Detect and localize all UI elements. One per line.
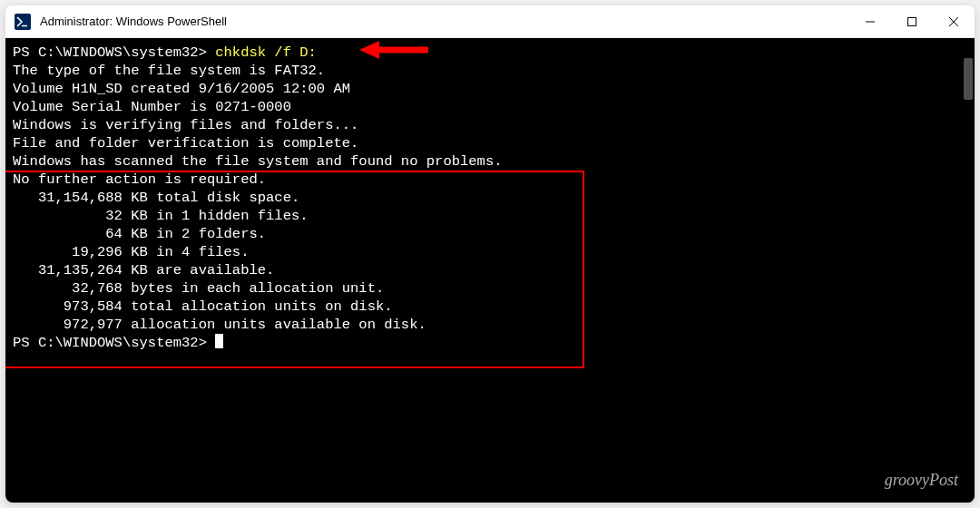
prompt-path: PS C:\WINDOWS\system32>: [13, 44, 215, 61]
output-line: Windows is verifying files and folders..…: [13, 116, 967, 134]
powershell-window: Administrator: Windows PowerShell PS C:\…: [5, 5, 975, 503]
titlebar[interactable]: Administrator: Windows PowerShell: [5, 5, 975, 38]
output-line: The type of the file system is FAT32.: [13, 62, 967, 80]
scrollbar-thumb[interactable]: [964, 58, 973, 100]
scrollbar[interactable]: [960, 38, 975, 503]
command-text: chkdsk /f D:: [215, 44, 317, 61]
output-line: 19,296 KB in 4 files.: [13, 243, 967, 261]
output-line: Volume Serial Number is 0271-0000: [13, 98, 967, 116]
cursor: [215, 334, 223, 348]
output-line: Windows has scanned the file system and …: [13, 152, 967, 171]
output-line: Volume H1N_SD created 9/16/2005 12:00 AM: [13, 80, 967, 98]
output-line: File and folder verification is complete…: [13, 134, 967, 152]
output-line: 31,135,264 KB are available.: [13, 261, 967, 279]
output-line: 32,768 bytes in each allocation unit.: [13, 279, 967, 298]
output-line: 973,584 total allocation units on disk.: [13, 298, 967, 316]
window-title: Administrator: Windows PowerShell: [40, 15, 849, 28]
prompt-line-2: PS C:\WINDOWS\system32>: [13, 334, 967, 352]
minimize-button[interactable]: [849, 5, 891, 37]
terminal-area[interactable]: PS C:\WINDOWS\system32> chkdsk /f D: The…: [5, 38, 975, 503]
output-line: 32 KB in 1 hidden files.: [13, 207, 967, 225]
prompt-line-1: PS C:\WINDOWS\system32> chkdsk /f D:: [13, 44, 967, 62]
watermark: groovyPost: [885, 471, 958, 490]
close-button[interactable]: [933, 5, 975, 37]
maximize-button[interactable]: [891, 5, 933, 37]
svg-rect-3: [908, 17, 916, 25]
window-controls: [849, 5, 975, 37]
output-line: 64 KB in 2 folders.: [13, 225, 967, 243]
prompt-path: PS C:\WINDOWS\system32>: [13, 335, 215, 351]
output-line: No further action is required.: [13, 171, 967, 189]
powershell-icon: [15, 14, 31, 30]
output-line: 972,977 allocation units available on di…: [13, 316, 967, 334]
output-line: 31,154,688 KB total disk space.: [13, 189, 967, 207]
